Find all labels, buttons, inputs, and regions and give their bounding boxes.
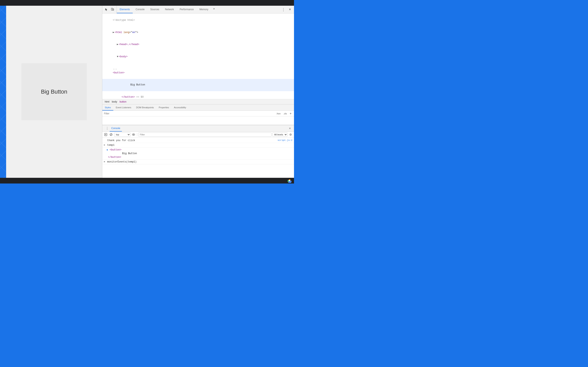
console-content: thank you for click script.js:2 ▶ temp1 … (102, 137, 294, 178)
hov-button[interactable]: :hov (276, 112, 281, 115)
tab-memory[interactable]: Memory (197, 6, 211, 13)
inspect-element-button[interactable] (104, 7, 109, 12)
svg-line-7 (110, 134, 112, 135)
console-line-result: ◀ <button> Big Button </button> (102, 148, 294, 160)
console-command-text: monitorEvents(temp1) (107, 160, 292, 164)
console-execute-button[interactable] (104, 132, 108, 137)
html-line-html[interactable]: ▶<html lang="en"> (102, 26, 294, 39)
html-line-head[interactable]: ▶<head>…</head> (102, 39, 294, 51)
tab-accessibility[interactable]: Accessibility (172, 105, 189, 110)
breadcrumb-button[interactable]: button (119, 100, 127, 104)
device-toolbar-button[interactable] (110, 7, 115, 12)
devtools-close-button[interactable]: × (287, 7, 293, 12)
devtools-toolbar: Elements Console Sources Network Perform… (102, 6, 294, 13)
elements-panel: <!doctype html> ▶<html lang="en"> ▶<head… (102, 13, 294, 99)
page-content-area: Big Button (6, 6, 102, 178)
console-drawer: ⋮ Console × (102, 125, 294, 178)
console-filter-input[interactable] (138, 133, 272, 137)
devtools-tabs: Elements Console Sources Network Perform… (117, 6, 279, 13)
html-line-doctype: <!doctype html> (102, 14, 294, 26)
tab-dom-breakpoints[interactable]: DOM Breakpoints (134, 105, 156, 110)
drawer-tab-console[interactable]: Console (110, 125, 122, 132)
devtools-menu-button[interactable]: ⋮ (281, 7, 286, 12)
console-expand-arrow[interactable]: ▶ (104, 143, 107, 147)
console-toolbar: top All levels ⚙ (102, 132, 294, 137)
triangle-icon[interactable]: ▶ (117, 43, 118, 46)
tab-elements[interactable]: Elements (117, 6, 133, 13)
tab-console[interactable]: Console (133, 6, 147, 13)
devtools-toolbar-icons (102, 6, 117, 13)
tab-network[interactable]: Network (162, 6, 177, 13)
console-temp1-label: temp1 (107, 143, 292, 147)
tab-event-listeners[interactable]: Event Listeners (113, 105, 134, 110)
big-button-label: Big Button (41, 89, 67, 95)
console-line-log: thank you for click script.js:2 (102, 138, 294, 143)
svg-point-3 (112, 10, 112, 10)
triangle-icon[interactable]: ▼ (117, 55, 118, 58)
tab-styles[interactable]: Styles (102, 105, 113, 110)
console-command-arrow: ▶ (104, 160, 107, 164)
svg-point-9 (133, 134, 134, 135)
drawer-close-button[interactable]: × (287, 126, 292, 131)
cls-button[interactable]: .cls (283, 112, 288, 115)
console-result-arrow[interactable]: ◀ (106, 148, 109, 152)
add-style-button[interactable]: + (289, 111, 292, 116)
browser-top-bar (0, 0, 294, 6)
tab-performance[interactable]: Performance (177, 6, 197, 13)
html-line-ellipsis: ... <button> (102, 63, 294, 79)
console-clear-button[interactable] (109, 132, 113, 137)
svg-marker-5 (105, 134, 106, 135)
triangle-icon[interactable]: ▶ (113, 31, 114, 34)
console-line-command: ▶ monitorEvents(temp1) (102, 160, 294, 164)
tab-properties[interactable]: Properties (156, 105, 172, 110)
big-button[interactable]: Big Button (21, 63, 87, 120)
more-tabs-button[interactable]: » (211, 6, 217, 11)
console-level-select[interactable]: All levels (272, 133, 287, 137)
browser-bottom-bar (0, 178, 294, 184)
svg-rect-2 (113, 9, 114, 10)
breadcrumb-body[interactable]: body (111, 100, 118, 104)
console-source-ref[interactable]: script.js:2 (277, 139, 292, 142)
console-divider (137, 133, 137, 136)
console-drawer-header: ⋮ Console × (102, 125, 294, 132)
console-log-text: thank you for click (107, 139, 277, 142)
console-context-select[interactable]: top (114, 133, 130, 137)
styles-filter-buttons: :hov .cls + (276, 111, 292, 116)
console-settings-button[interactable]: ⚙ (288, 132, 293, 137)
console-eye-button[interactable] (131, 132, 136, 137)
html-line-body-open[interactable]: ▼<body> (102, 51, 294, 63)
styles-filter-bar: :hov .cls + (102, 111, 294, 117)
chrome-logo-icon (287, 178, 292, 183)
styles-panel: Styles Event Listeners DOM Breakpoints P… (102, 104, 294, 125)
devtools-toolbar-right: ⋮ × (279, 6, 294, 13)
console-line-temp1[interactable]: ▶ temp1 (102, 143, 294, 148)
html-line-button-close[interactable]: </button> == $0 (102, 91, 294, 99)
drawer-kebab-menu[interactable]: ⋮ (105, 126, 110, 130)
breadcrumb-bar: html body button (102, 99, 294, 104)
styles-tabs: Styles Event Listeners DOM Breakpoints P… (102, 105, 294, 111)
devtools-panel: Elements Console Sources Network Perform… (102, 6, 294, 178)
tab-sources[interactable]: Sources (147, 6, 162, 13)
styles-filter-input[interactable] (104, 112, 274, 115)
breadcrumb-html[interactable]: html (104, 100, 110, 104)
html-line-button-content[interactable]: Big Button (102, 79, 294, 91)
